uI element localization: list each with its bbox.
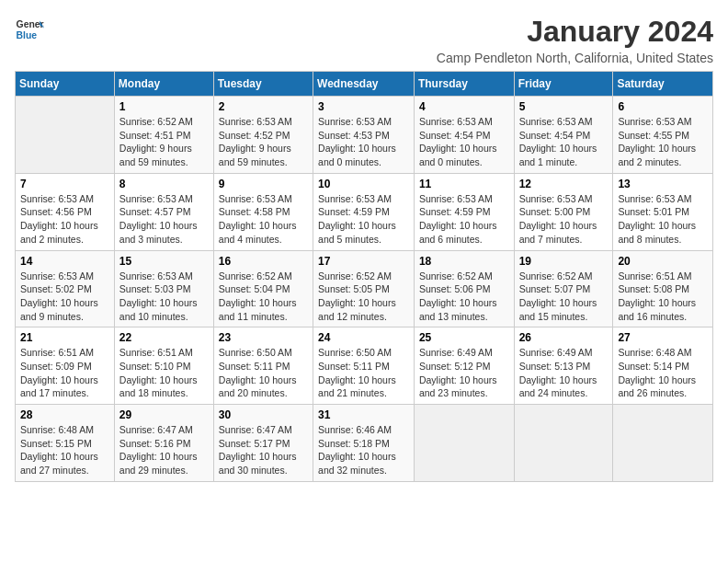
calendar-cell: 31Sunrise: 6:46 AM Sunset: 5:18 PM Dayli…	[313, 405, 415, 482]
calendar-cell: 8Sunrise: 6:53 AM Sunset: 4:57 PM Daylig…	[114, 173, 213, 250]
calendar-cell: 19Sunrise: 6:52 AM Sunset: 5:07 PM Dayli…	[514, 250, 613, 327]
page-header: General Blue January 2024 Camp Pendleton…	[15, 15, 713, 65]
day-info: Sunrise: 6:49 AM Sunset: 5:12 PM Dayligh…	[419, 346, 509, 400]
day-number: 24	[318, 331, 409, 344]
calendar-body: 1Sunrise: 6:52 AM Sunset: 4:51 PM Daylig…	[16, 97, 713, 482]
calendar-cell: 30Sunrise: 6:47 AM Sunset: 5:17 PM Dayli…	[213, 405, 313, 482]
day-info: Sunrise: 6:53 AM Sunset: 4:59 PM Dayligh…	[419, 192, 509, 247]
week-row-4: 21Sunrise: 6:51 AM Sunset: 5:09 PM Dayli…	[16, 327, 713, 405]
day-info: Sunrise: 6:52 AM Sunset: 5:05 PM Dayligh…	[318, 270, 409, 324]
title-block: January 2024 Camp Pendleton North, Calif…	[437, 15, 713, 65]
day-number: 29	[119, 408, 209, 421]
day-number: 14	[20, 255, 109, 268]
calendar-table: SundayMondayTuesdayWednesdayThursdayFrid…	[15, 71, 713, 482]
day-info: Sunrise: 6:53 AM Sunset: 5:03 PM Dayligh…	[119, 270, 209, 324]
calendar-cell: 15Sunrise: 6:53 AM Sunset: 5:03 PM Dayli…	[114, 250, 213, 327]
day-info: Sunrise: 6:53 AM Sunset: 4:59 PM Dayligh…	[318, 192, 409, 247]
day-info: Sunrise: 6:48 AM Sunset: 5:14 PM Dayligh…	[618, 346, 708, 400]
day-info: Sunrise: 6:52 AM Sunset: 5:07 PM Dayligh…	[519, 270, 609, 324]
calendar-cell: 14Sunrise: 6:53 AM Sunset: 5:02 PM Dayli…	[16, 250, 115, 327]
calendar-cell: 24Sunrise: 6:50 AM Sunset: 5:11 PM Dayli…	[313, 327, 415, 405]
location-title: Camp Pendleton North, California, United…	[437, 51, 713, 65]
day-info: Sunrise: 6:51 AM Sunset: 5:10 PM Dayligh…	[119, 346, 209, 400]
day-number: 16	[219, 255, 308, 268]
day-info: Sunrise: 6:53 AM Sunset: 4:52 PM Dayligh…	[219, 115, 308, 169]
day-number: 25	[419, 331, 509, 344]
day-info: Sunrise: 6:49 AM Sunset: 5:13 PM Dayligh…	[519, 346, 609, 400]
calendar-cell: 28Sunrise: 6:48 AM Sunset: 5:15 PM Dayli…	[16, 405, 115, 482]
day-info: Sunrise: 6:48 AM Sunset: 5:15 PM Dayligh…	[20, 423, 109, 477]
day-number: 28	[20, 408, 109, 421]
logo: General Blue	[15, 15, 44, 44]
day-number: 18	[419, 255, 509, 268]
day-info: Sunrise: 6:53 AM Sunset: 4:55 PM Dayligh…	[618, 115, 708, 169]
col-header-saturday: Saturday	[613, 72, 713, 97]
day-info: Sunrise: 6:52 AM Sunset: 5:04 PM Dayligh…	[219, 270, 308, 324]
calendar-cell: 16Sunrise: 6:52 AM Sunset: 5:04 PM Dayli…	[213, 250, 313, 327]
day-info: Sunrise: 6:50 AM Sunset: 5:11 PM Dayligh…	[318, 346, 409, 400]
calendar-cell: 18Sunrise: 6:52 AM Sunset: 5:06 PM Dayli…	[414, 250, 514, 327]
day-number: 11	[419, 178, 509, 190]
calendar-cell: 17Sunrise: 6:52 AM Sunset: 5:05 PM Dayli…	[313, 250, 415, 327]
day-info: Sunrise: 6:53 AM Sunset: 5:02 PM Dayligh…	[20, 270, 109, 324]
calendar-cell: 29Sunrise: 6:47 AM Sunset: 5:16 PM Dayli…	[114, 405, 213, 482]
week-row-3: 14Sunrise: 6:53 AM Sunset: 5:02 PM Dayli…	[16, 250, 713, 327]
day-info: Sunrise: 6:53 AM Sunset: 4:54 PM Dayligh…	[519, 115, 609, 169]
day-info: Sunrise: 6:47 AM Sunset: 5:17 PM Dayligh…	[219, 423, 308, 477]
col-header-tuesday: Tuesday	[213, 72, 313, 97]
calendar-cell: 12Sunrise: 6:53 AM Sunset: 5:00 PM Dayli…	[514, 173, 613, 250]
day-number: 3	[318, 100, 409, 113]
day-info: Sunrise: 6:53 AM Sunset: 4:58 PM Dayligh…	[219, 192, 308, 247]
day-info: Sunrise: 6:52 AM Sunset: 4:51 PM Dayligh…	[119, 115, 209, 169]
day-info: Sunrise: 6:53 AM Sunset: 4:56 PM Dayligh…	[20, 192, 109, 247]
day-info: Sunrise: 6:53 AM Sunset: 5:01 PM Dayligh…	[618, 192, 708, 247]
day-number: 22	[119, 331, 209, 344]
day-number: 30	[219, 408, 308, 421]
calendar-cell: 26Sunrise: 6:49 AM Sunset: 5:13 PM Dayli…	[514, 327, 613, 405]
day-info: Sunrise: 6:51 AM Sunset: 5:09 PM Dayligh…	[20, 346, 109, 400]
calendar-cell	[613, 405, 713, 482]
month-title: January 2024	[437, 15, 713, 49]
day-info: Sunrise: 6:50 AM Sunset: 5:11 PM Dayligh…	[219, 346, 308, 400]
col-header-sunday: Sunday	[16, 72, 115, 97]
day-info: Sunrise: 6:47 AM Sunset: 5:16 PM Dayligh…	[119, 423, 209, 477]
day-info: Sunrise: 6:46 AM Sunset: 5:18 PM Dayligh…	[318, 423, 409, 477]
calendar-cell: 27Sunrise: 6:48 AM Sunset: 5:14 PM Dayli…	[613, 327, 713, 405]
day-number: 2	[219, 100, 308, 113]
calendar-cell: 6Sunrise: 6:53 AM Sunset: 4:55 PM Daylig…	[613, 97, 713, 174]
day-number: 21	[20, 331, 109, 344]
day-number: 6	[618, 100, 708, 113]
day-info: Sunrise: 6:52 AM Sunset: 5:06 PM Dayligh…	[419, 270, 509, 324]
day-number: 23	[219, 331, 308, 344]
day-number: 8	[119, 178, 209, 190]
calendar-cell: 10Sunrise: 6:53 AM Sunset: 4:59 PM Dayli…	[313, 173, 415, 250]
day-number: 20	[618, 255, 708, 268]
logo-icon: General Blue	[15, 15, 44, 44]
week-row-2: 7Sunrise: 6:53 AM Sunset: 4:56 PM Daylig…	[16, 173, 713, 250]
col-header-thursday: Thursday	[414, 72, 514, 97]
calendar-cell	[16, 97, 115, 174]
calendar-cell: 9Sunrise: 6:53 AM Sunset: 4:58 PM Daylig…	[213, 173, 313, 250]
calendar-cell: 1Sunrise: 6:52 AM Sunset: 4:51 PM Daylig…	[114, 97, 213, 174]
day-number: 9	[219, 178, 308, 190]
day-number: 1	[119, 100, 209, 113]
day-number: 7	[20, 178, 109, 190]
svg-text:Blue: Blue	[17, 30, 38, 40]
calendar-cell: 25Sunrise: 6:49 AM Sunset: 5:12 PM Dayli…	[414, 327, 514, 405]
column-headers: SundayMondayTuesdayWednesdayThursdayFrid…	[16, 72, 713, 97]
day-info: Sunrise: 6:53 AM Sunset: 4:57 PM Dayligh…	[119, 192, 209, 247]
calendar-cell: 22Sunrise: 6:51 AM Sunset: 5:10 PM Dayli…	[114, 327, 213, 405]
week-row-1: 1Sunrise: 6:52 AM Sunset: 4:51 PM Daylig…	[16, 97, 713, 174]
day-info: Sunrise: 6:53 AM Sunset: 5:00 PM Dayligh…	[519, 192, 609, 247]
day-info: Sunrise: 6:53 AM Sunset: 4:54 PM Dayligh…	[419, 115, 509, 169]
calendar-cell: 7Sunrise: 6:53 AM Sunset: 4:56 PM Daylig…	[16, 173, 115, 250]
day-info: Sunrise: 6:51 AM Sunset: 5:08 PM Dayligh…	[618, 270, 708, 324]
day-number: 27	[618, 331, 708, 344]
col-header-friday: Friday	[514, 72, 613, 97]
day-number: 15	[119, 255, 209, 268]
day-number: 19	[519, 255, 609, 268]
day-number: 31	[318, 408, 409, 421]
calendar-cell: 11Sunrise: 6:53 AM Sunset: 4:59 PM Dayli…	[414, 173, 514, 250]
col-header-wednesday: Wednesday	[313, 72, 415, 97]
calendar-cell: 2Sunrise: 6:53 AM Sunset: 4:52 PM Daylig…	[213, 97, 313, 174]
